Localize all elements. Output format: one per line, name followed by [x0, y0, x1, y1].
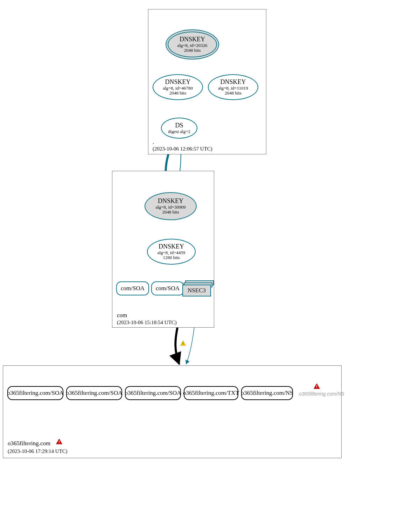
warning-icon [180, 340, 187, 347]
dnskey-root-ksk: DNSKEY alg=8, id=20326 2048 bits [166, 29, 219, 60]
dnskey-alg: alg=8, id=11019 [209, 86, 258, 91]
rr-leaf-ns: o365filtering.com/NS [241, 386, 293, 400]
error-icon [55, 438, 63, 445]
rr-leaf-ns-faded: o365filtering.com/NS [299, 391, 344, 397]
dnskey-title: DNSKEY [145, 198, 196, 205]
dnskey-bits: 2048 bits [145, 210, 196, 215]
ds-title: DS [162, 122, 197, 129]
dnskey-title: DNSKEY [153, 79, 202, 86]
ds-alg: digest alg=2 [162, 129, 197, 134]
dnskey-bits: 2048 bits [153, 91, 202, 96]
zone-com-timestamp: (2023-10-06 15:18:54 UTC) [117, 320, 177, 326]
svg-rect-0 [183, 342, 183, 344]
ds-root: DS digest alg=2 [161, 118, 197, 139]
dnskey-com-ksk: DNSKEY alg=8, id=30909 2048 bits [145, 192, 197, 220]
dnskey-alg: alg=8, id=30909 [145, 205, 196, 210]
zone-com-label: com [117, 312, 127, 319]
nsec3-node: NSEC3 [182, 285, 211, 296]
dnskey-title: DNSKEY [166, 36, 218, 43]
dnskey-com-zsk: DNSKEY alg=8, id=4459 1280 bits [147, 239, 196, 265]
svg-rect-2 [316, 385, 317, 387]
rr-leaf-txt: o365filtering.com/TXT [184, 386, 238, 400]
svg-rect-3 [316, 387, 317, 388]
rr-com-soa-1: com/SOA [116, 281, 149, 295]
dnskey-alg: alg=8, id=46780 [153, 86, 202, 91]
dnskey-bits: 1280 bits [148, 255, 195, 260]
rr-leaf-soa-1: o365filtering.com/SOA [7, 386, 63, 400]
svg-rect-1 [183, 344, 183, 345]
error-icon [313, 383, 321, 390]
svg-rect-4 [59, 441, 59, 442]
dnskey-title: DNSKEY [209, 79, 258, 86]
dnskey-root-zsk-left: DNSKEY alg=8, id=46780 2048 bits [153, 74, 203, 100]
zone-leaf-box [3, 365, 342, 458]
zone-root-label: . [153, 139, 154, 146]
zone-leaf-label: o365filtering.com [8, 440, 50, 447]
dnskey-bits: 2048 bits [166, 48, 218, 53]
dnskey-title: DNSKEY [148, 243, 195, 250]
zone-leaf-timestamp: (2023-10-06 17:29:14 UTC) [8, 448, 68, 454]
svg-rect-5 [59, 443, 59, 443]
zone-root-timestamp: (2023-10-06 12:06:57 UTC) [153, 146, 212, 152]
rr-leaf-soa-3: o365filtering.com/SOA [125, 386, 181, 400]
dnskey-root-zsk-right: DNSKEY alg=8, id=11019 2048 bits [208, 74, 258, 100]
dnskey-alg: alg=8, id=20326 [166, 43, 218, 48]
rr-leaf-soa-2: o365filtering.com/SOA [66, 386, 122, 400]
rr-com-soa-2: com/SOA [151, 281, 184, 295]
dnskey-bits: 2048 bits [209, 91, 258, 96]
dnskey-alg: alg=8, id=4459 [148, 250, 195, 255]
